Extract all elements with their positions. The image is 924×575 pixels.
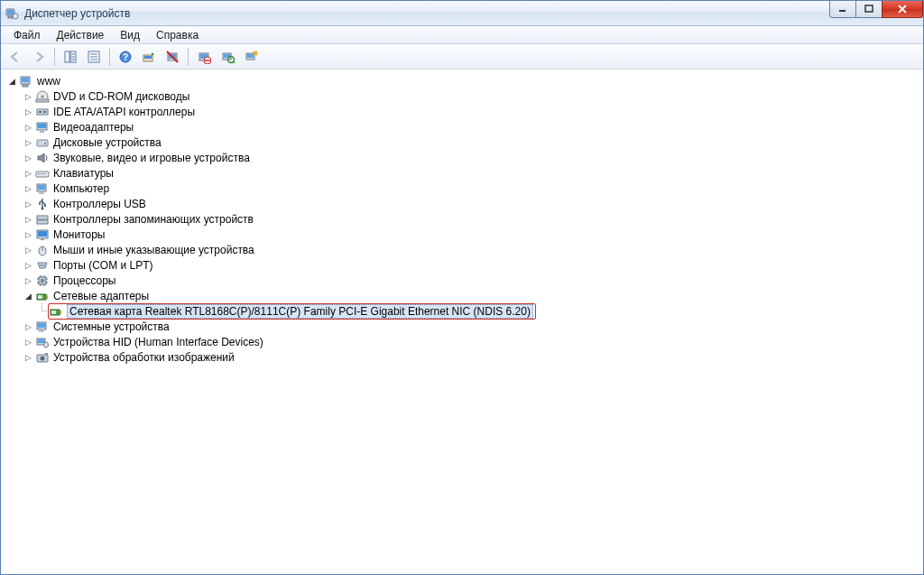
svg-rect-33	[247, 54, 254, 58]
svg-point-69	[43, 264, 45, 266]
tree-node-dvd[interactable]: ▷ DVD и CD-ROM дисководы	[3, 88, 921, 104]
menu-view[interactable]: Вид	[113, 27, 147, 43]
expand-icon[interactable]: ▷	[23, 352, 33, 363]
network-adapter-icon	[35, 289, 50, 303]
tree-node-label: Мыши и иные указывающие устройства	[53, 244, 254, 256]
svg-rect-94	[45, 353, 48, 355]
svg-rect-52	[41, 173, 42, 174]
keyboard-icon	[35, 166, 50, 181]
toolbar-disable-button[interactable]	[193, 46, 215, 68]
svg-rect-38	[23, 85, 28, 87]
expand-icon[interactable]: ▷	[23, 229, 33, 240]
expand-icon[interactable]: ▷	[23, 137, 33, 148]
expand-icon[interactable]: ▷	[23, 122, 33, 133]
svg-rect-2	[8, 16, 13, 18]
tree-node-label: Видеоадаптеры	[53, 121, 134, 134]
tree-connector	[37, 303, 48, 319]
device-tree[interactable]: ◢ www ▷ DVD и CD-ROM дисководы ▷ IDE ATA…	[1, 70, 923, 368]
tree-node-ports[interactable]: ▷ Порты (COM и LPT)	[3, 257, 921, 273]
svg-rect-87	[38, 323, 45, 328]
svg-rect-51	[38, 173, 40, 174]
expand-icon[interactable]: ▷	[23, 321, 33, 332]
toolbar-show-hide-tree-button[interactable]	[60, 46, 81, 68]
tree-node-video[interactable]: ▷ Видеоадаптеры	[3, 119, 921, 134]
svg-rect-84	[51, 311, 56, 314]
toolbar: ?	[1, 44, 923, 70]
tree-node-cpu[interactable]: ▷ Процессоры	[3, 273, 921, 288]
svg-rect-55	[38, 185, 45, 190]
tree-node-usb[interactable]: ▷ Контроллеры USB	[3, 196, 921, 211]
tree-node-mouse[interactable]: ▷ Мыши и иные указывающие устройства	[3, 242, 921, 257]
tree-root-node[interactable]: ◢ www	[3, 73, 921, 88]
tree-node-label: DVD и CD-ROM дисководы	[53, 90, 189, 103]
expand-icon[interactable]: ▷	[23, 275, 33, 286]
tree-node-imaging[interactable]: ▷ Устройства обработки изображений	[3, 349, 921, 365]
collapse-icon[interactable]: ◢	[23, 291, 33, 301]
svg-rect-1	[7, 10, 14, 14]
expand-icon[interactable]: ▷	[23, 245, 33, 255]
close-button[interactable]	[882, 0, 923, 18]
svg-point-49	[44, 143, 46, 144]
expand-icon[interactable]: ▷	[23, 168, 33, 179]
tree-node-computer[interactable]: ▷ Компьютер	[3, 181, 921, 196]
menu-file[interactable]: Файл	[6, 27, 48, 43]
tree-node-ide[interactable]: ▷ IDE ATA/ATAPI контроллеры	[3, 104, 921, 119]
toolbar-uninstall-button[interactable]	[162, 46, 183, 68]
expand-icon[interactable]: ▷	[23, 153, 33, 163]
expand-icon[interactable]: ▷	[23, 260, 33, 271]
expand-icon[interactable]: ▷	[23, 214, 33, 225]
window-title: Диспетчер устройств	[24, 7, 130, 20]
expand-icon[interactable]: ▷	[23, 91, 33, 102]
toolbar-help-button[interactable]: ?	[115, 46, 136, 68]
tree-node-label: IDE ATA/ATAPI контроллеры	[53, 106, 195, 118]
maximize-button[interactable]	[855, 0, 882, 18]
tree-node-hid[interactable]: ▷ Устройства HID (Human Interface Device…	[3, 334, 921, 349]
computer-icon	[19, 74, 33, 88]
expand-icon[interactable]: ▷	[23, 199, 33, 209]
tree-root-label: www	[37, 75, 60, 88]
hid-icon	[35, 335, 50, 349]
toolbar-scan-hardware-button[interactable]	[217, 46, 238, 68]
svg-rect-81	[38, 295, 42, 299]
svg-rect-58	[44, 205, 46, 207]
svg-rect-64	[41, 239, 44, 240]
tree-node-keyboard[interactable]: ▷ Клавиатуры	[3, 165, 921, 181]
collapse-icon[interactable]: ◢	[6, 76, 17, 87]
tree-node-label: Системные устройства	[53, 320, 170, 333]
toolbar-back-button[interactable]	[5, 46, 26, 68]
svg-rect-47	[40, 131, 44, 133]
tree-node-system[interactable]: ▷ Системные устройства	[3, 319, 921, 334]
svg-rect-90	[38, 339, 44, 343]
ide-controller-icon	[35, 105, 50, 119]
toolbar-forward-button[interactable]	[28, 46, 50, 68]
svg-rect-85	[60, 311, 61, 314]
tree-node-nic[interactable]: Сетевая карта Realtek RTL8168C(P)/8111C(…	[3, 303, 921, 319]
tree-node-label: Контроллеры USB	[53, 198, 146, 210]
toolbar-update-driver-button[interactable]	[138, 46, 160, 68]
minimize-button[interactable]	[829, 0, 856, 18]
expand-icon[interactable]: ▷	[23, 183, 33, 194]
menubar: Файл Действие Вид Справка	[1, 26, 923, 44]
tree-node-monitor[interactable]: ▷ Мониторы	[3, 227, 921, 242]
usb-icon	[35, 197, 50, 211]
window-controls	[830, 0, 923, 18]
expand-icon[interactable]: ▷	[23, 337, 33, 348]
tree-node-disk[interactable]: ▷ Дисковые устройства	[3, 134, 921, 150]
tree-node-network[interactable]: ◢ Сетевые адаптеры	[3, 288, 921, 303]
tree-node-storage[interactable]: ▷ Контроллеры запоминающих устройств	[3, 211, 921, 227]
toolbar-properties-button[interactable]	[83, 46, 105, 68]
svg-rect-63	[38, 231, 47, 236]
svg-rect-5	[865, 5, 873, 12]
svg-point-40	[42, 95, 44, 97]
mouse-icon	[35, 243, 50, 257]
menu-action[interactable]: Действие	[50, 27, 112, 43]
tree-node-label: Процессоры	[53, 274, 116, 287]
svg-rect-48	[37, 140, 48, 146]
tree-node-sound[interactable]: ▷ Звуковые, видео и игровые устройства	[3, 150, 921, 165]
menu-help[interactable]: Справка	[149, 27, 206, 43]
svg-point-3	[13, 14, 18, 19]
monitor-icon	[35, 227, 50, 242]
toolbar-add-legacy-button[interactable]	[240, 46, 262, 68]
svg-point-57	[42, 207, 44, 209]
expand-icon[interactable]: ▷	[23, 107, 33, 117]
